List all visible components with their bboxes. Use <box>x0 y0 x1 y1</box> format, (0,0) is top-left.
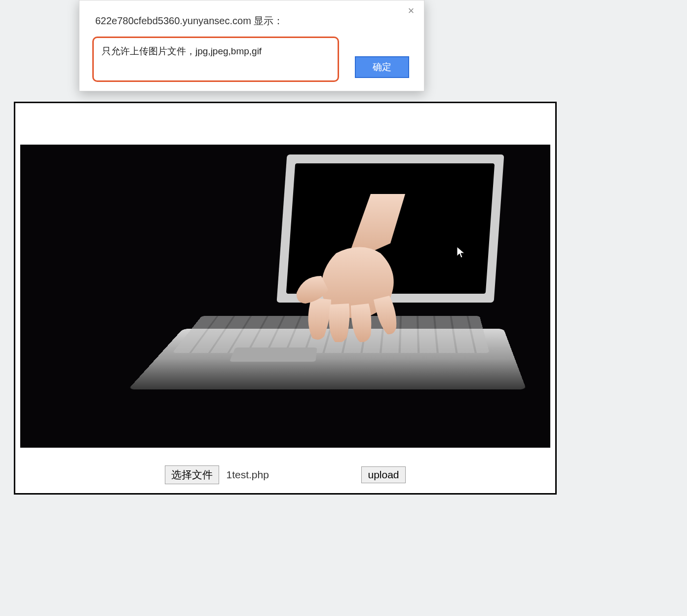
ok-button[interactable]: 确定 <box>355 56 409 78</box>
selected-filename: 1test.php <box>226 469 354 481</box>
content-card: 选择文件 1test.php upload <box>14 102 557 495</box>
js-alert-dialog: × 622e780cfebd5360.yunyansec.com 显示： 只允许… <box>79 0 424 91</box>
hero-image <box>20 145 550 448</box>
choose-file-button[interactable]: 选择文件 <box>165 465 219 484</box>
close-icon[interactable]: × <box>405 5 417 17</box>
upload-form: 选择文件 1test.php upload <box>15 463 555 486</box>
dialog-footer: 确定 <box>92 56 411 78</box>
dialog-origin-title: 622e780cfebd5360.yunyansec.com 显示： <box>92 14 411 28</box>
upload-button[interactable]: upload <box>361 466 405 483</box>
laptop-screen <box>286 163 495 294</box>
laptop-trackpad <box>229 347 317 362</box>
laptop-keyboard <box>172 316 489 353</box>
